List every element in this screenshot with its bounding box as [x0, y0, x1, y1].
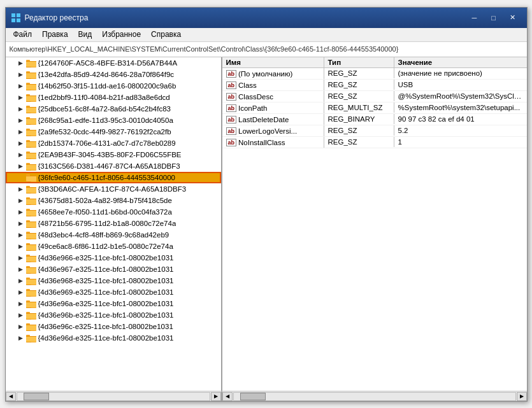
close-button[interactable]: ✕	[504, 11, 522, 24]
tree-arrow: ▶	[18, 300, 26, 307]
svg-rect-32	[26, 118, 36, 124]
values-row[interactable]: ab Class REG_SZUSB	[222, 80, 527, 91]
tree-item[interactable]: ▶ {3163C566-D381-4467-87C4-A65A18DBF3	[6, 160, 221, 172]
svg-rect-2	[11, 18, 15, 22]
folder-icon	[26, 230, 36, 239]
maximize-button[interactable]: □	[485, 11, 503, 24]
tree-item[interactable]: ▶ {13e42dfa-85d9-424d-8646-28a70f864f9c	[6, 69, 221, 80]
main-area: ▶ {1264760F-A5C8-4BFE-B314-D56A7B44A▶ {1…	[6, 57, 527, 391]
tree-arrow: ▶	[18, 278, 26, 284]
tree-pane[interactable]: ▶ {1264760F-A5C8-4BFE-B314-D56A7B44A▶ {1…	[6, 57, 222, 391]
tree-item[interactable]: ▶ {43675d81-502a-4a82-9f84-b75f418c5de	[6, 195, 221, 206]
bottom-scrollbar-row: ◀ ▶ ◀ ▶	[6, 391, 527, 401]
minimize-button[interactable]: ─	[466, 11, 484, 24]
tree-item-label: {4d36e968-e325-11ce-bfc1-08002be1031	[38, 277, 174, 285]
tree-item[interactable]: ▶ {49ce6ac8-6f86-11d2-b1e5-0080c72e74a	[6, 241, 221, 252]
svg-rect-127	[26, 336, 36, 342]
tree-item-label: {48d3ebc4-4cf8-48ff-b869-9c68ad42eb9	[38, 231, 169, 239]
values-row[interactable]: ab NoInstallClass REG_SZ1	[222, 137, 527, 148]
values-row[interactable]: ab (По умолчанию) REG_SZ(значение не при…	[222, 68, 527, 80]
tree-item[interactable]: ▶ {4d36e96c-e325-11ce-bfc1-08002be1031	[6, 321, 221, 332]
menu-favorites[interactable]: Избранное	[97, 29, 146, 40]
values-row[interactable]: ab IconPath REG_MULTI_SZ%SystemRoot%\sys…	[222, 102, 527, 114]
tree-item-label: {2db15374-706e-4131-a0c7-d7c78eb0289	[38, 139, 176, 147]
tree-item[interactable]: ▶ {48721b56-6795-11d2-b1a8-0080c72e74a	[6, 218, 221, 229]
scroll-left-btn[interactable]: ◀	[6, 392, 16, 401]
tree-item-label: {1ed2bbf9-11f0-4084-b21f-ad83a8e6dcd	[38, 94, 170, 101]
menu-file[interactable]: Файл	[8, 29, 38, 40]
tree-item[interactable]: ▶ {1ed2bbf9-11f0-4084-b21f-ad83a8e6dcd	[6, 92, 221, 103]
folder-icon	[26, 104, 36, 113]
values-row[interactable]: ab LastDeleteDate REG_BINARY90 97 c3 82 …	[222, 114, 527, 125]
value-type: REG_SZ	[324, 91, 394, 101]
svg-rect-12	[26, 73, 36, 78]
svg-rect-77	[26, 222, 36, 227]
tree-arrow: ▶	[18, 163, 26, 169]
scroll-right-val-btn[interactable]: ▶	[517, 392, 527, 401]
value-data: 90 97 c3 82 ca ef d4 01	[394, 114, 527, 124]
value-data: @%SystemRoot%\System32\SysCla...	[394, 91, 527, 101]
tree-item[interactable]: ▶ {3B3D6A6C-AFEA-11CF-87C4-A65A18DBF3	[6, 183, 221, 195]
tree-item-label: {4d36e967-e325-11ce-bfc1-08002be1031	[38, 265, 174, 273]
tree-item-label: {2a9fe532-0cdc-44f9-9827-76192f2ca2fb	[38, 128, 171, 136]
tree-item[interactable]: ▶ {4d36e96d-e325-11ce-bfc1-08002be1031	[6, 332, 221, 344]
values-row[interactable]: ab LowerLogoVersi... REG_SZ5.2	[222, 125, 527, 137]
values-row[interactable]: ab ClassDesc REG_SZ@%SystemRoot%\System3…	[222, 91, 527, 102]
value-type: REG_SZ	[324, 68, 394, 78]
tree-item[interactable]: ▶ {2db15374-706e-4131-a0c7-d7c78eb0289	[6, 137, 221, 149]
svg-rect-107	[26, 290, 36, 296]
col-header-type: Тип	[324, 57, 394, 67]
value-name: ab LowerLogoVersi...	[222, 125, 324, 136]
menu-edit[interactable]: Правка	[37, 29, 73, 40]
svg-rect-53	[26, 164, 36, 165]
tree-item[interactable]: ▶ {4d36e966-e325-11ce-bfc1-08002be1031	[6, 252, 221, 264]
folder-icon	[26, 322, 36, 331]
svg-rect-52	[26, 164, 36, 170]
value-type: REG_SZ	[324, 125, 394, 136]
tree-item[interactable]: ▶ {2a9fe532-0cdc-44f9-9827-76192f2ca2fb	[6, 126, 221, 137]
tree-item[interactable]: ▶ {268c95a1-edfe-11d3-95c3-0010dc4050a	[6, 115, 221, 126]
svg-rect-18	[26, 84, 36, 85]
tree-arrow: ▶	[18, 94, 26, 101]
svg-rect-68	[26, 199, 36, 199]
scroll-left-val-btn[interactable]: ◀	[222, 392, 233, 401]
tree-item[interactable]: ▶ {48d3ebc4-4cf8-48ff-b869-9c68ad42eb9	[6, 229, 221, 241]
svg-rect-8	[26, 61, 36, 62]
tree-arrow: ▶	[18, 243, 26, 250]
scroll-right-btn[interactable]: ▶	[211, 392, 221, 401]
tree-item[interactable]: ▶ {4d36e968-e325-11ce-bfc1-08002be1031	[6, 275, 221, 286]
title-bar: Редактор реестра ─ □ ✕	[6, 8, 527, 28]
svg-rect-108	[26, 290, 36, 291]
tree-item[interactable]: ▶ {4d36e96a-e325-11ce-bfc1-08002be1031	[6, 298, 221, 309]
values-horizontal-scrollbar[interactable]: ◀ ▶	[222, 391, 527, 401]
tree-item[interactable]: ▶ {4d36e96b-e325-11ce-bfc1-08002be1031	[6, 309, 221, 321]
svg-rect-28	[26, 107, 36, 108]
svg-rect-17	[26, 84, 36, 90]
tree-item[interactable]: ▶ {2EA9B43F-3045-43B5-80F2-FD06C55FBE	[6, 149, 221, 160]
address-path: Компьютер\HKEY_LOCAL_MACHINE\SYSTEM\Curr…	[10, 45, 399, 53]
window-title: Редактор реестра	[25, 13, 466, 22]
svg-rect-123	[26, 325, 36, 325]
svg-rect-3	[17, 18, 20, 22]
svg-rect-103	[26, 279, 36, 279]
tree-item[interactable]: ▶ {1264760F-A5C8-4BFE-B314-D56A7B44A	[6, 57, 221, 69]
svg-rect-67	[26, 199, 36, 204]
tree-item[interactable]: ▶ {4d36e967-e325-11ce-bfc1-08002be1031	[6, 264, 221, 275]
tree-item[interactable]: ▶ {4d36e969-e325-11ce-bfc1-08002be1031	[6, 286, 221, 298]
svg-rect-57	[26, 176, 36, 181]
tree-item[interactable]: ▶ {14b62f50-3f15-11dd-ae16-0800200c9a6b	[6, 80, 221, 92]
address-bar: Компьютер\HKEY_LOCAL_MACHINE\SYSTEM\Curr…	[6, 42, 527, 57]
tree-item-label: {25dbce51-6c8f-4a72-8a6d-b54c2b4fc83	[38, 105, 171, 113]
folder-icon	[26, 242, 36, 251]
tree-item[interactable]: {36fc9e60-c465-11cf-8056-444553540000	[6, 172, 221, 183]
tree-item[interactable]: ▶ {4658ee7e-f050-11d1-b6bd-00c04fa372a	[6, 206, 221, 218]
menu-help[interactable]: Справка	[146, 29, 186, 40]
tree-arrow: ▶	[18, 312, 26, 318]
tree-arrow: ▶	[18, 129, 26, 135]
svg-rect-23	[26, 95, 36, 96]
tree-item-label: {1264760F-A5C8-4BFE-B314-D56A7B44A	[38, 59, 178, 67]
tree-item[interactable]: ▶ {25dbce51-6c8f-4a72-8a6d-b54c2b4fc83	[6, 103, 221, 115]
tree-horizontal-scrollbar[interactable]: ◀ ▶	[6, 391, 222, 401]
folder-icon	[26, 288, 36, 297]
menu-view[interactable]: Вид	[73, 29, 97, 40]
